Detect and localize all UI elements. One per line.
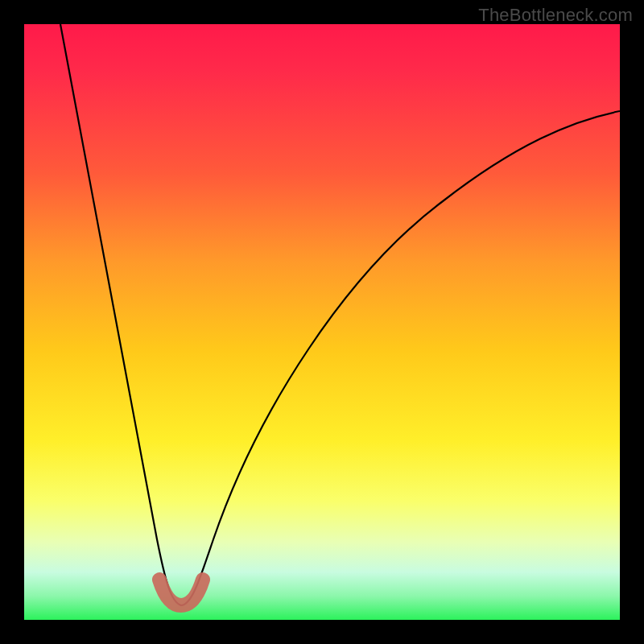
chart-gradient-area — [24, 24, 620, 620]
bottleneck-curve-svg — [24, 24, 620, 620]
bottleneck-curve — [60, 24, 620, 605]
curve-minimum-marker — [159, 580, 203, 605]
watermark-text: TheBottleneck.com — [478, 5, 633, 26]
